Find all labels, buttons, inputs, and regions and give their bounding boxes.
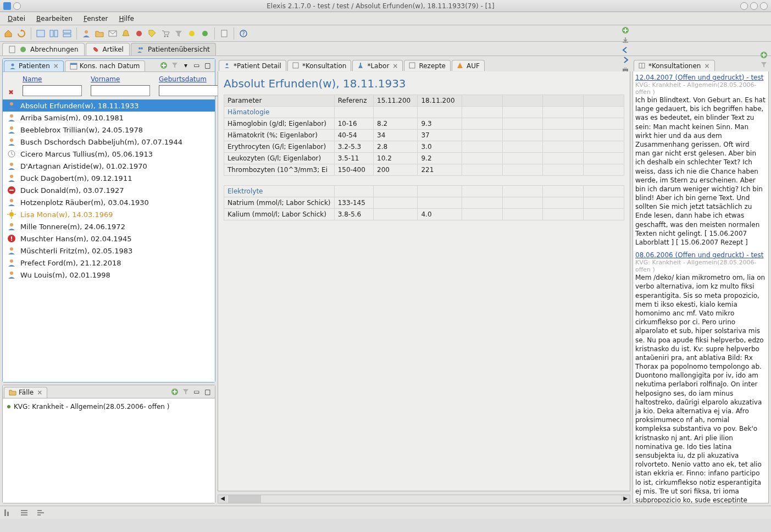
lab-cell[interactable] xyxy=(462,186,502,197)
horizontal-scrollbar[interactable]: ◀ ▶ xyxy=(218,495,630,503)
lab-cell[interactable] xyxy=(502,164,543,176)
patient-row[interactable]: Hotzenplotz Räuber(m), 03.04.1930 xyxy=(3,196,215,208)
menu-fenster[interactable]: Fenster xyxy=(79,15,113,23)
lab-cell[interactable]: 10-16 xyxy=(334,118,373,130)
close-icon[interactable]: × xyxy=(53,62,59,70)
lab-cell[interactable] xyxy=(502,107,543,118)
lab-cell[interactable]: Elektrolyte xyxy=(224,186,335,197)
header-name[interactable]: Name xyxy=(23,75,82,83)
lab-cell[interactable]: 3.2-5.3 xyxy=(334,141,373,153)
cases-list[interactable]: KVG: Krankheit - Allgemein(28.05.2006- o… xyxy=(3,398,215,503)
lab-cell[interactable] xyxy=(543,107,584,118)
tab-auf[interactable]: AUF xyxy=(452,60,485,71)
header-vorname[interactable]: Vorname xyxy=(91,75,150,83)
status-icon-1[interactable] xyxy=(3,508,12,517)
lab-cell[interactable] xyxy=(584,164,624,176)
folder-icon[interactable] xyxy=(93,27,106,40)
lab-column-header[interactable] xyxy=(584,95,624,107)
close-icon[interactable]: × xyxy=(37,389,42,396)
lab-cell[interactable] xyxy=(334,186,373,197)
lab-cell[interactable] xyxy=(584,107,624,118)
lab-cell[interactable]: 9.2 xyxy=(418,153,462,164)
lab-column-header[interactable] xyxy=(543,95,584,107)
lab-cell[interactable] xyxy=(584,153,624,164)
patient-row[interactable]: Müschterli Fritz(m), 02.05.1983 xyxy=(3,245,215,257)
add-icon[interactable] xyxy=(620,25,630,35)
lab-cell[interactable]: 133-145 xyxy=(334,197,373,209)
add-icon[interactable] xyxy=(159,60,169,70)
lab-cell[interactable] xyxy=(543,186,584,197)
lab-cell[interactable] xyxy=(418,186,462,197)
lab-cell[interactable]: Natrium (mmol/l; Labor Schick) xyxy=(224,197,335,209)
tab-patient-detail[interactable]: *Patient Detail xyxy=(219,60,286,71)
lab-cell[interactable] xyxy=(334,107,373,118)
lab-cell[interactable] xyxy=(502,130,543,141)
lab-cell[interactable] xyxy=(462,197,502,209)
dot-yellow-icon[interactable] xyxy=(186,27,198,40)
lab-cell[interactable] xyxy=(502,118,543,130)
lab-cell[interactable] xyxy=(543,197,584,209)
lab-cell[interactable]: 221 xyxy=(418,164,462,176)
patient-row[interactable]: Absolut Erfunden(w), 18.11.1933 xyxy=(3,99,215,112)
help-icon[interactable]: ? xyxy=(237,27,249,40)
lab-cell[interactable]: 37 xyxy=(418,130,462,141)
back-icon[interactable] xyxy=(620,45,630,55)
import-icon[interactable] xyxy=(620,35,630,45)
tab-faelle[interactable]: Fälle × xyxy=(4,387,47,398)
lab-cell[interactable]: 34 xyxy=(374,130,418,141)
menu-datei[interactable]: DDateiatei xyxy=(3,15,30,23)
close-icon[interactable]: × xyxy=(704,62,709,70)
konsultationen-body[interactable]: 12.04.2007 (Offen und gedruckt) - testKV… xyxy=(633,71,769,503)
window3-icon[interactable] xyxy=(61,27,73,40)
person-icon[interactable] xyxy=(80,27,92,40)
tab-patienten[interactable]: Patienten × xyxy=(4,60,64,71)
tag-icon[interactable] xyxy=(146,27,158,40)
lab-cell[interactable] xyxy=(462,153,502,164)
close-icon[interactable]: × xyxy=(392,62,398,70)
close-button[interactable] xyxy=(760,2,768,10)
lab-cell[interactable]: 3.8-5.6 xyxy=(334,209,373,220)
menu-bearbeiten[interactable]: Bearbeiten xyxy=(32,15,77,23)
tab-konsultationen[interactable]: *Konsultationen × xyxy=(634,60,715,71)
lab-cell[interactable] xyxy=(584,130,624,141)
minimize-panel-icon[interactable]: ▭ xyxy=(192,387,202,397)
lab-cell[interactable] xyxy=(374,186,418,197)
window-menu-button[interactable] xyxy=(13,2,21,10)
cart-icon[interactable] xyxy=(159,27,171,40)
lab-cell[interactable]: Hämoglobin (g/dl; Eigenlabor) xyxy=(224,118,335,130)
lab-cell[interactable] xyxy=(462,164,502,176)
name-input[interactable] xyxy=(23,85,82,96)
lab-column-header[interactable]: 15.11.200 xyxy=(374,95,418,107)
lab-cell[interactable] xyxy=(374,107,418,118)
lab-cell[interactable] xyxy=(543,164,584,176)
lab-cell[interactable] xyxy=(418,197,462,209)
lab-cell[interactable]: 10.2 xyxy=(374,153,418,164)
konsultation-link[interactable]: 12.04.2007 (Offen und gedruckt) - test xyxy=(635,74,763,81)
refresh-icon[interactable] xyxy=(15,27,27,40)
lab-cell[interactable] xyxy=(462,209,502,220)
tab-rezepte[interactable]: Rezepte xyxy=(404,60,451,71)
lab-cell[interactable]: Hämatologie xyxy=(224,107,335,118)
lab-column-header[interactable]: Parameter xyxy=(224,95,335,107)
menu-hilfe[interactable]: Hilfe xyxy=(114,15,138,23)
lab-cell[interactable] xyxy=(543,209,584,220)
scroll-thumb[interactable] xyxy=(228,495,261,503)
lab-table[interactable]: ParameterReferenz15.11.20018.11.200Hämat… xyxy=(224,95,624,220)
lab-cell[interactable]: 40-54 xyxy=(334,130,373,141)
maximize-panel-icon[interactable]: □ xyxy=(203,60,213,70)
lab-cell[interactable] xyxy=(584,141,624,153)
lab-cell[interactable] xyxy=(502,197,543,209)
lab-cell[interactable]: 3.5-11 xyxy=(334,153,373,164)
dot-green-icon[interactable] xyxy=(199,27,211,40)
tab-patientenuebersicht[interactable]: Patientenübersicht xyxy=(131,43,216,56)
patient-row[interactable]: Mille Tonnere(m), 24.06.1972 xyxy=(3,220,215,232)
patient-row[interactable]: D'Artagnan Aristide(w), 01.02.1970 xyxy=(3,160,215,172)
clear-icon[interactable]: ✖ xyxy=(8,88,14,96)
dot-red-icon[interactable] xyxy=(133,27,145,40)
lab-cell[interactable]: 8.2 xyxy=(374,118,418,130)
lab-cell[interactable] xyxy=(543,141,584,153)
lab-cell[interactable]: 3.0 xyxy=(418,141,462,153)
tab-konsultation[interactable]: *Konsultation xyxy=(287,60,351,71)
forward-icon[interactable] xyxy=(620,55,630,65)
filter-icon[interactable] xyxy=(759,60,769,70)
